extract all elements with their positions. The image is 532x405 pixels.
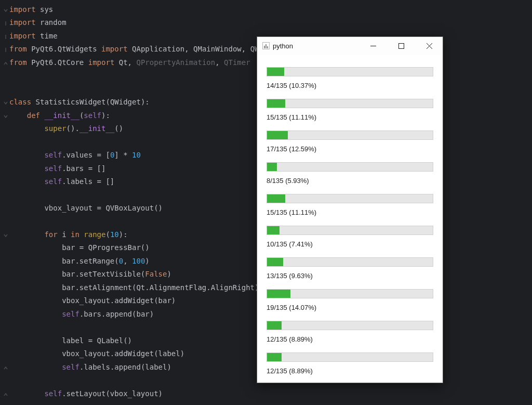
code-text [9, 323, 62, 331]
progress-bar [267, 257, 433, 267]
code-line[interactable]: import sys [0, 3, 532, 16]
code-text: vbox_layout.addWidget(bar) [9, 296, 176, 305]
progress-fill [267, 163, 277, 171]
code-text: vbox_layout = QVBoxLayout() [9, 204, 163, 212]
window-title: python [273, 42, 363, 50]
fold-gutter-icon[interactable] [2, 228, 9, 241]
progress-bar [267, 321, 433, 330]
python-app-window: python 14/135 (10.37%)15/135 (11.11%)17/… [257, 36, 443, 383]
fold-gutter-icon[interactable] [2, 96, 9, 109]
progress-fill [267, 321, 282, 330]
progress-row: 15/135 (11.11%) [267, 194, 433, 221]
progress-row: 12/135 (8.89%) [267, 321, 433, 348]
code-text: label = QLabel() [9, 336, 132, 345]
fold-gutter-icon[interactable] [2, 16, 9, 29]
progress-fill [267, 290, 290, 298]
maximize-button[interactable] [391, 38, 411, 53]
code-text: bar.setTextVisible(False) [9, 270, 171, 278]
code-text: import random [9, 18, 66, 27]
code-text: bar.setRange(0, 100) [9, 257, 150, 265]
progress-bar [267, 162, 433, 172]
close-button[interactable] [419, 38, 440, 53]
code-text: import time [9, 32, 58, 40]
progress-row: 8/135 (5.93%) [267, 162, 433, 190]
fold-gutter-icon[interactable] [2, 30, 9, 43]
progress-row: 17/135 (12.59%) [267, 130, 433, 158]
progress-row: 19/135 (14.07%) [267, 289, 433, 317]
code-text: from PyQt6.QtCore import Qt, QPropertyAn… [9, 58, 250, 67]
progress-bar [267, 226, 433, 235]
code-text [9, 217, 44, 226]
progress-fill [267, 258, 283, 266]
progress-label: 14/135 (10.37%) [267, 82, 433, 89]
progress-bar [267, 99, 433, 108]
fold-gutter-icon[interactable] [2, 387, 9, 400]
progress-row: 15/135 (11.11%) [267, 99, 433, 126]
code-line[interactable]: import random [0, 16, 532, 29]
code-text: for i in range(10): [9, 230, 128, 239]
progress-label: 12/135 (8.89%) [267, 367, 433, 375]
code-text [9, 191, 44, 199]
progress-bar [267, 130, 433, 140]
window-body: 14/135 (10.37%)15/135 (11.11%)17/135 (12… [257, 55, 443, 385]
window-titlebar[interactable]: python [257, 37, 443, 55]
progress-label: 19/135 (14.07%) [267, 304, 433, 311]
code-text: class StatisticsWidget(QWidget): [9, 98, 150, 106]
code-text: self.setLayout(vbox_layout) [9, 389, 163, 398]
code-text: def __init__(self): [9, 111, 110, 120]
fold-gutter-icon[interactable] [2, 56, 9, 69]
progress-row: 13/135 (9.63%) [267, 257, 433, 285]
code-text: import sys [9, 5, 53, 14]
progress-fill [267, 99, 285, 108]
code-text: self.labels = [] [9, 177, 114, 186]
fold-gutter-icon[interactable] [2, 3, 9, 16]
code-text: bar = QProgressBar() [9, 243, 150, 252]
code-text [9, 138, 44, 146]
progress-bar [267, 352, 433, 362]
code-line[interactable]: self.setLayout(vbox_layout) [0, 387, 532, 400]
progress-label: 8/135 (5.93%) [267, 177, 433, 185]
progress-label: 15/135 (11.11%) [267, 113, 433, 121]
progress-bar [267, 194, 433, 203]
progress-label: 10/135 (7.41%) [267, 240, 433, 248]
code-text [9, 376, 44, 384]
code-text: self.values = [0] * 10 [9, 151, 141, 159]
code-text: self.bars = [] [9, 164, 105, 173]
fold-gutter-icon[interactable] [2, 361, 9, 374]
code-text: bar.setAlignment(Qt.AlignmentFlag.AlignR… [9, 283, 259, 292]
fold-gutter-icon[interactable] [2, 43, 9, 56]
progress-bar [267, 67, 433, 76]
progress-label: 12/135 (8.89%) [267, 335, 433, 343]
svg-rect-4 [398, 43, 404, 48]
progress-row: 12/135 (8.89%) [267, 352, 433, 380]
progress-fill [267, 226, 280, 234]
progress-label: 17/135 (12.59%) [267, 145, 433, 153]
code-text: self.labels.append(label) [9, 363, 171, 371]
app-icon [262, 42, 270, 49]
progress-label: 15/135 (11.11%) [267, 208, 433, 216]
progress-label: 13/135 (9.63%) [267, 272, 433, 280]
code-text: vbox_layout.addWidget(label) [9, 349, 184, 358]
progress-row: 10/135 (7.41%) [267, 226, 433, 253]
minimize-button[interactable] [363, 38, 383, 53]
code-text: super().__init__() [9, 124, 123, 133]
progress-fill [267, 353, 282, 361]
code-text: self.bars.append(bar) [9, 310, 154, 318]
progress-fill [267, 68, 284, 76]
progress-row: 14/135 (10.37%) [267, 67, 433, 95]
progress-fill [267, 131, 288, 139]
progress-fill [267, 194, 285, 203]
fold-gutter-icon[interactable] [2, 109, 9, 122]
progress-bar [267, 289, 433, 298]
